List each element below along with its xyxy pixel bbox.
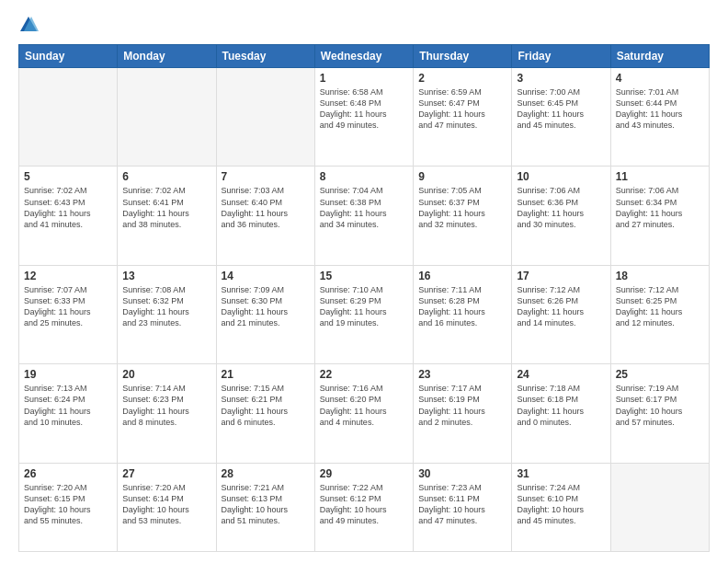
day-info: Sunrise: 7:05 AM Sunset: 6:37 PM Dayligh… [418,185,506,230]
day-info: Sunrise: 7:12 AM Sunset: 6:26 PM Dayligh… [517,284,605,329]
day-number: 10 [517,170,605,183]
day-info: Sunrise: 6:58 AM Sunset: 6:48 PM Dayligh… [320,86,408,132]
day-number: 9 [418,170,506,183]
day-info: Sunrise: 7:07 AM Sunset: 6:33 PM Dayligh… [24,284,112,329]
day-info: Sunrise: 7:16 AM Sunset: 6:20 PM Dayligh… [320,383,408,428]
calendar-cell: 1Sunrise: 6:58 AM Sunset: 6:48 PM Daylig… [314,68,413,167]
calendar-cell: 17Sunrise: 7:12 AM Sunset: 6:26 PM Dayli… [512,265,610,363]
day-info: Sunrise: 7:17 AM Sunset: 6:19 PM Dayligh… [418,383,506,428]
calendar-cell: 3Sunrise: 7:00 AM Sunset: 6:45 PM Daylig… [512,68,610,167]
calendar-cell: 30Sunrise: 7:23 AM Sunset: 6:11 PM Dayli… [414,463,512,551]
calendar-cell [610,463,709,551]
day-info: Sunrise: 7:21 AM Sunset: 6:13 PM Dayligh… [222,482,310,527]
calendar-cell: 26Sunrise: 7:20 AM Sunset: 6:15 PM Dayli… [19,463,118,551]
day-info: Sunrise: 7:06 AM Sunset: 6:36 PM Dayligh… [517,185,605,230]
day-info: Sunrise: 7:23 AM Sunset: 6:11 PM Dayligh… [418,482,506,527]
day-number: 30 [418,467,506,480]
calendar-cell: 28Sunrise: 7:21 AM Sunset: 6:13 PM Dayli… [216,463,314,551]
day-number: 25 [616,368,704,381]
calendar-cell: 22Sunrise: 7:16 AM Sunset: 6:20 PM Dayli… [314,364,413,463]
day-info: Sunrise: 7:06 AM Sunset: 6:34 PM Dayligh… [616,185,704,230]
day-info: Sunrise: 7:19 AM Sunset: 6:17 PM Dayligh… [616,383,704,428]
calendar-cell: 19Sunrise: 7:13 AM Sunset: 6:24 PM Dayli… [19,364,118,463]
calendar-cell: 9Sunrise: 7:05 AM Sunset: 6:37 PM Daylig… [414,167,512,265]
day-number: 21 [222,368,310,381]
day-info: Sunrise: 7:15 AM Sunset: 6:21 PM Dayligh… [222,383,310,428]
calendar-cell: 21Sunrise: 7:15 AM Sunset: 6:21 PM Dayli… [216,364,314,463]
day-number: 20 [122,368,210,381]
day-info: Sunrise: 7:01 AM Sunset: 6:44 PM Dayligh… [616,86,704,132]
calendar-header-tuesday: Tuesday [216,45,314,68]
calendar-header-sunday: Sunday [19,45,118,68]
day-info: Sunrise: 7:20 AM Sunset: 6:15 PM Dayligh… [24,482,112,527]
calendar-cell: 15Sunrise: 7:10 AM Sunset: 6:29 PM Dayli… [314,265,413,363]
day-number: 6 [122,170,210,183]
logo-icon [18,15,39,35]
calendar-cell: 13Sunrise: 7:08 AM Sunset: 6:32 PM Dayli… [118,265,216,363]
calendar-cell: 24Sunrise: 7:18 AM Sunset: 6:18 PM Dayli… [512,364,610,463]
day-number: 7 [222,170,310,183]
calendar-week-5: 26Sunrise: 7:20 AM Sunset: 6:15 PM Dayli… [19,463,710,551]
day-number: 14 [222,270,310,282]
day-number: 29 [320,467,408,480]
calendar-cell: 18Sunrise: 7:12 AM Sunset: 6:25 PM Dayli… [610,265,709,363]
day-info: Sunrise: 7:09 AM Sunset: 6:30 PM Dayligh… [222,284,310,329]
calendar-header-wednesday: Wednesday [314,45,413,68]
calendar-cell: 31Sunrise: 7:24 AM Sunset: 6:10 PM Dayli… [512,463,610,551]
calendar-header-thursday: Thursday [414,45,512,68]
day-info: Sunrise: 7:00 AM Sunset: 6:45 PM Dayligh… [517,86,605,132]
calendar-cell [19,68,118,167]
calendar: SundayMondayTuesdayWednesdayThursdayFrid… [18,44,710,552]
calendar-header-row: SundayMondayTuesdayWednesdayThursdayFrid… [19,45,710,68]
day-number: 5 [24,170,112,183]
day-number: 1 [320,72,408,85]
page: SundayMondayTuesdayWednesdayThursdayFrid… [0,0,728,563]
calendar-week-1: 1Sunrise: 6:58 AM Sunset: 6:48 PM Daylig… [19,68,710,167]
day-info: Sunrise: 7:02 AM Sunset: 6:41 PM Dayligh… [122,185,210,230]
calendar-cell: 2Sunrise: 6:59 AM Sunset: 6:47 PM Daylig… [414,68,512,167]
day-info: Sunrise: 7:13 AM Sunset: 6:24 PM Dayligh… [24,383,112,428]
logo [18,15,42,35]
day-info: Sunrise: 7:22 AM Sunset: 6:12 PM Dayligh… [320,482,408,527]
day-info: Sunrise: 7:20 AM Sunset: 6:14 PM Dayligh… [122,482,210,527]
day-number: 15 [320,270,408,282]
day-number: 12 [24,270,112,282]
day-number: 19 [24,368,112,381]
day-info: Sunrise: 7:11 AM Sunset: 6:28 PM Dayligh… [418,284,506,329]
calendar-cell: 29Sunrise: 7:22 AM Sunset: 6:12 PM Dayli… [314,463,413,551]
calendar-header-saturday: Saturday [610,45,709,68]
calendar-week-3: 12Sunrise: 7:07 AM Sunset: 6:33 PM Dayli… [19,265,710,363]
calendar-cell: 7Sunrise: 7:03 AM Sunset: 6:40 PM Daylig… [216,167,314,265]
day-info: Sunrise: 7:18 AM Sunset: 6:18 PM Dayligh… [517,383,605,428]
calendar-cell: 5Sunrise: 7:02 AM Sunset: 6:43 PM Daylig… [19,167,118,265]
day-info: Sunrise: 7:02 AM Sunset: 6:43 PM Dayligh… [24,185,112,230]
calendar-cell: 14Sunrise: 7:09 AM Sunset: 6:30 PM Dayli… [216,265,314,363]
calendar-cell: 23Sunrise: 7:17 AM Sunset: 6:19 PM Dayli… [414,364,512,463]
day-info: Sunrise: 7:04 AM Sunset: 6:38 PM Dayligh… [320,185,408,230]
day-number: 16 [418,270,506,282]
day-number: 2 [418,72,506,85]
calendar-week-2: 5Sunrise: 7:02 AM Sunset: 6:43 PM Daylig… [19,167,710,265]
day-number: 4 [616,72,704,85]
day-number: 18 [616,270,704,282]
calendar-week-4: 19Sunrise: 7:13 AM Sunset: 6:24 PM Dayli… [19,364,710,463]
day-info: Sunrise: 7:14 AM Sunset: 6:23 PM Dayligh… [122,383,210,428]
calendar-cell: 10Sunrise: 7:06 AM Sunset: 6:36 PM Dayli… [512,167,610,265]
day-info: Sunrise: 7:10 AM Sunset: 6:29 PM Dayligh… [320,284,408,329]
day-number: 22 [320,368,408,381]
day-number: 11 [616,170,704,183]
calendar-cell: 20Sunrise: 7:14 AM Sunset: 6:23 PM Dayli… [118,364,216,463]
day-number: 13 [122,270,210,282]
calendar-header-friday: Friday [512,45,610,68]
calendar-cell [118,68,216,167]
calendar-cell: 4Sunrise: 7:01 AM Sunset: 6:44 PM Daylig… [610,68,709,167]
day-info: Sunrise: 7:24 AM Sunset: 6:10 PM Dayligh… [517,482,605,527]
calendar-cell: 11Sunrise: 7:06 AM Sunset: 6:34 PM Dayli… [610,167,709,265]
header [18,15,710,35]
calendar-cell: 16Sunrise: 7:11 AM Sunset: 6:28 PM Dayli… [414,265,512,363]
calendar-header-monday: Monday [118,45,216,68]
day-number: 27 [122,467,210,480]
calendar-cell: 27Sunrise: 7:20 AM Sunset: 6:14 PM Dayli… [118,463,216,551]
calendar-cell: 8Sunrise: 7:04 AM Sunset: 6:38 PM Daylig… [314,167,413,265]
day-info: Sunrise: 7:03 AM Sunset: 6:40 PM Dayligh… [222,185,310,230]
